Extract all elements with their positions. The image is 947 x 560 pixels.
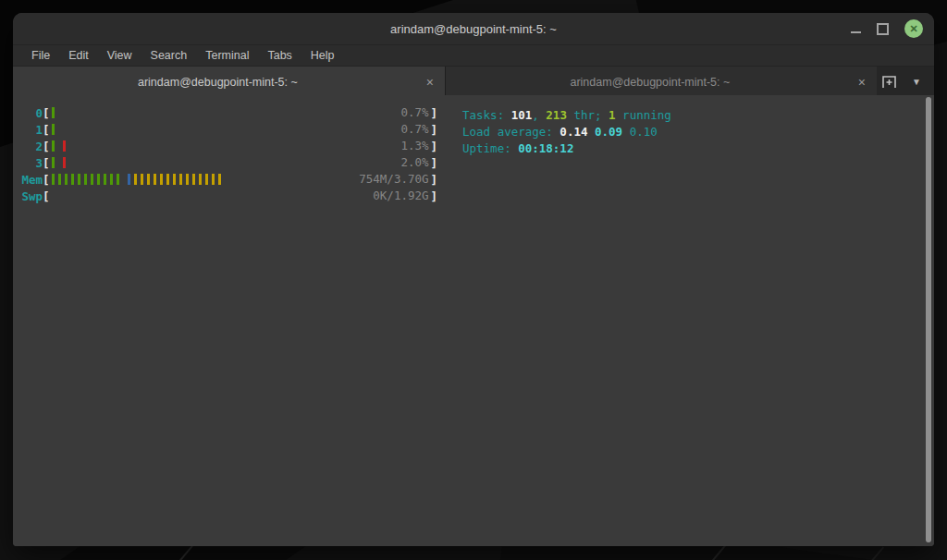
scrollbar[interactable] xyxy=(926,97,931,542)
green_bar xyxy=(52,124,55,135)
green_bar xyxy=(52,107,55,118)
close-tab-icon[interactable]: × xyxy=(858,75,866,90)
window-controls: ✕ xyxy=(851,13,923,44)
wallpaper-line xyxy=(847,546,884,560)
meter-mem: Mem[754M/3.70G] xyxy=(20,171,437,188)
blue_bar xyxy=(128,174,130,185)
menu-terminal[interactable]: Terminal xyxy=(196,49,258,62)
meter-value: 0.7% xyxy=(400,123,428,136)
menu-tabs[interactable]: Tabs xyxy=(258,49,301,62)
maximize-icon[interactable] xyxy=(877,23,889,35)
title-bar[interactable]: arindam@debugpoint-mint-5: ~ ✕ xyxy=(13,13,934,45)
meter-swp: Swp[0K/1.92G] xyxy=(20,188,437,204)
meter-value: 0.7% xyxy=(400,106,428,119)
meter-cpu2: 2[1.3%] xyxy=(20,138,437,154)
meter-value: 754M/3.70G xyxy=(359,173,428,186)
summary-line: Uptime: 00:18:12 xyxy=(462,140,671,157)
summary-line: Tasks: 101, 213 thr; 1 running xyxy=(462,107,671,124)
htop-meters: 0[0.7%] 1[0.7%] 2[1.3%] 3[2.0%]Mem[754M/… xyxy=(20,104,437,204)
summary-line: Load average: 0.14 0.09 0.10 xyxy=(462,124,671,140)
menu-help[interactable]: Help xyxy=(301,49,344,62)
tab-bar: arindam@debugpoint-mint-5: ~×arindam@deb… xyxy=(13,67,934,97)
green_bar xyxy=(52,140,55,152)
tab-title: arindam@debugpoint-mint-5: ~ xyxy=(446,76,855,89)
meter-value: 2.0% xyxy=(400,156,428,169)
menu-file[interactable]: File xyxy=(22,49,59,62)
menu-search[interactable]: Search xyxy=(141,49,197,62)
close-tab-icon[interactable]: × xyxy=(426,75,434,90)
yellow_bar xyxy=(134,174,221,185)
scrollbar-thumb[interactable] xyxy=(926,97,931,542)
meter-cpu1: 1[0.7%] xyxy=(20,121,437,138)
minimize-icon[interactable] xyxy=(851,31,861,33)
terminal-tab-1[interactable]: arindam@debugpoint-mint-5: ~× xyxy=(13,67,445,97)
new-tab-icon[interactable] xyxy=(881,75,897,89)
meter-value: 1.3% xyxy=(400,140,428,152)
terminal-screen[interactable]: 0[0.7%] 1[0.7%] 2[1.3%] 3[2.0%]Mem[754M/… xyxy=(13,95,934,546)
tab-list-caret-icon[interactable]: ▼ xyxy=(912,77,921,87)
menu-view[interactable]: View xyxy=(98,49,141,62)
htop-summary: Tasks: 101, 213 thr; 1 runningLoad avera… xyxy=(462,107,671,157)
window-title: arindam@debugpoint-mint-5: ~ xyxy=(390,22,557,36)
function-key-bar xyxy=(13,530,924,544)
terminal-window: arindam@debugpoint-mint-5: ~ ✕ FileEditV… xyxy=(13,13,934,546)
menu-edit[interactable]: Edit xyxy=(59,49,98,62)
close-button[interactable]: ✕ xyxy=(904,19,923,38)
meter-cpu0: 0[0.7%] xyxy=(20,104,437,121)
green_bar xyxy=(52,157,55,168)
menu-bar: FileEditViewSearchTerminalTabsHelp xyxy=(13,45,934,67)
terminal-tab-2[interactable]: arindam@debugpoint-mint-5: ~× xyxy=(445,67,877,97)
red_bar xyxy=(63,140,66,152)
tab-title: arindam@debugpoint-mint-5: ~ xyxy=(13,76,423,89)
meter-cpu3: 3[2.0%] xyxy=(20,154,437,171)
tabbar-icons: ▼ xyxy=(877,67,934,97)
red_bar xyxy=(63,157,66,168)
wallpaper-line xyxy=(151,545,194,560)
green_bar xyxy=(52,174,123,185)
meter-value: 0K/1.92G xyxy=(373,189,428,202)
